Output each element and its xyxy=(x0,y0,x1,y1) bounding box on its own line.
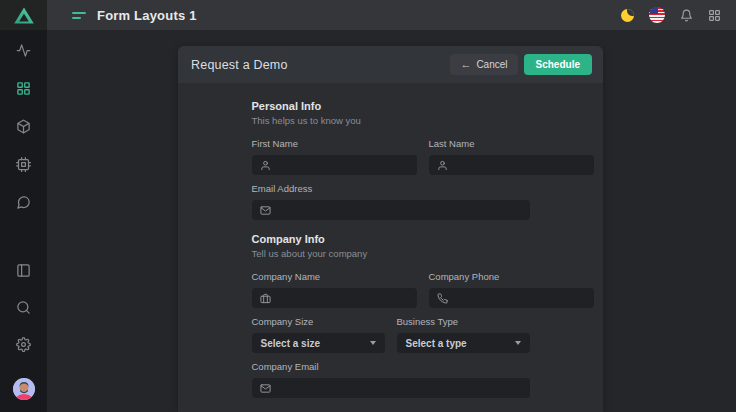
first-name-field: First Name xyxy=(252,138,417,175)
chat-icon xyxy=(16,195,31,210)
company-phone-label: Company Phone xyxy=(429,271,594,282)
chevron-down-icon xyxy=(515,341,521,345)
first-name-label: First Name xyxy=(252,138,417,149)
us-flag-icon xyxy=(649,7,665,23)
company-phone-field: Company Phone xyxy=(429,271,594,308)
last-name-label: Last Name xyxy=(429,138,594,149)
email-input[interactable] xyxy=(277,205,522,216)
company-name-input[interactable] xyxy=(277,293,409,304)
last-name-input-wrap xyxy=(429,155,594,175)
bell-icon xyxy=(680,9,693,22)
card-title: Request a Demo xyxy=(191,58,288,72)
user-icon xyxy=(260,160,271,171)
sidebar-bottom xyxy=(13,262,35,412)
sidebar-panel-icon xyxy=(16,263,31,278)
last-name-field: Last Name xyxy=(429,138,594,175)
business-type-value: Select a type xyxy=(406,338,467,349)
business-type-select[interactable]: Select a type xyxy=(397,333,530,353)
company-email-field: Company Email xyxy=(252,361,530,398)
sidebar-item-activity[interactable] xyxy=(16,42,32,58)
apps-grid-icon xyxy=(708,9,721,22)
briefcase-icon xyxy=(260,293,271,304)
search-icon xyxy=(16,300,31,315)
email-input-wrap xyxy=(252,200,530,220)
email-label: Email Address xyxy=(252,183,530,194)
personal-info-section: Personal Info This helps us to know you … xyxy=(252,100,530,220)
sidebar xyxy=(0,0,47,412)
avatar-image xyxy=(13,378,35,400)
section-heading: Company Info xyxy=(252,233,530,245)
gear-icon xyxy=(16,337,31,352)
section-heading: Personal Info xyxy=(252,100,530,112)
notifications-button[interactable] xyxy=(680,9,693,22)
card-header: Request a Demo ← Cancel Schedule xyxy=(178,46,603,83)
company-size-select[interactable]: Select a size xyxy=(252,333,385,353)
card-actions: ← Cancel Schedule xyxy=(450,54,592,75)
business-type-field: Business Type Select a type xyxy=(397,316,530,353)
mail-icon xyxy=(260,205,271,216)
email-field: Email Address xyxy=(252,183,530,220)
company-name-label: Company Name xyxy=(252,271,417,282)
chevron-down-icon xyxy=(370,341,376,345)
phone-icon xyxy=(437,293,448,304)
sidebar-item-panel-toggle[interactable] xyxy=(16,262,32,278)
company-name-field: Company Name xyxy=(252,271,417,308)
business-type-label: Business Type xyxy=(397,316,530,327)
sidebar-item-system[interactable] xyxy=(16,156,32,172)
activity-icon xyxy=(16,43,31,58)
cpu-icon xyxy=(16,157,31,172)
language-button[interactable] xyxy=(649,7,665,23)
company-phone-input-wrap xyxy=(429,288,594,308)
app-logo[interactable] xyxy=(0,0,47,30)
schedule-button[interactable]: Schedule xyxy=(524,54,592,75)
company-size-label: Company Size xyxy=(252,316,385,327)
sidebar-item-settings[interactable] xyxy=(16,336,32,352)
sidebar-nav xyxy=(16,42,32,210)
menu-toggle-icon[interactable] xyxy=(72,12,86,19)
company-email-input[interactable] xyxy=(277,383,522,394)
user-avatar[interactable] xyxy=(13,378,35,400)
form-body: Personal Info This helps us to know you … xyxy=(252,83,530,398)
grid-icon xyxy=(16,81,31,96)
sidebar-item-messages[interactable] xyxy=(16,194,32,210)
company-size-field: Company Size Select a size xyxy=(252,316,385,353)
first-name-input-wrap xyxy=(252,155,417,175)
section-subheading: Tell us about your company xyxy=(252,248,530,259)
box-icon xyxy=(16,119,31,134)
moon-icon xyxy=(621,9,634,22)
company-size-value: Select a size xyxy=(261,338,320,349)
top-header: Form Layouts 1 xyxy=(47,0,736,30)
company-name-input-wrap xyxy=(252,288,417,308)
first-name-input[interactable] xyxy=(277,160,409,171)
cancel-button-label: Cancel xyxy=(476,59,507,70)
theme-toggle-button[interactable] xyxy=(621,9,634,22)
company-email-input-wrap xyxy=(252,378,530,398)
mail-icon xyxy=(260,383,271,394)
last-name-input[interactable] xyxy=(454,160,586,171)
sidebar-item-packages[interactable] xyxy=(16,118,32,134)
user-icon xyxy=(437,160,448,171)
request-demo-card: Request a Demo ← Cancel Schedule Persona… xyxy=(178,46,603,412)
company-info-section: Company Info Tell us about your company … xyxy=(252,233,530,398)
company-email-label: Company Email xyxy=(252,361,530,372)
sidebar-item-dashboard[interactable] xyxy=(16,80,32,96)
sidebar-item-search[interactable] xyxy=(16,299,32,315)
header-actions xyxy=(621,7,721,23)
cancel-button[interactable]: ← Cancel xyxy=(450,54,517,75)
page-title: Form Layouts 1 xyxy=(97,8,197,23)
back-arrow-icon: ← xyxy=(460,59,471,70)
company-phone-input[interactable] xyxy=(454,293,586,304)
apps-button[interactable] xyxy=(708,9,721,22)
section-subheading: This helps us to know you xyxy=(252,115,530,126)
triangle-logo-icon xyxy=(13,6,35,25)
